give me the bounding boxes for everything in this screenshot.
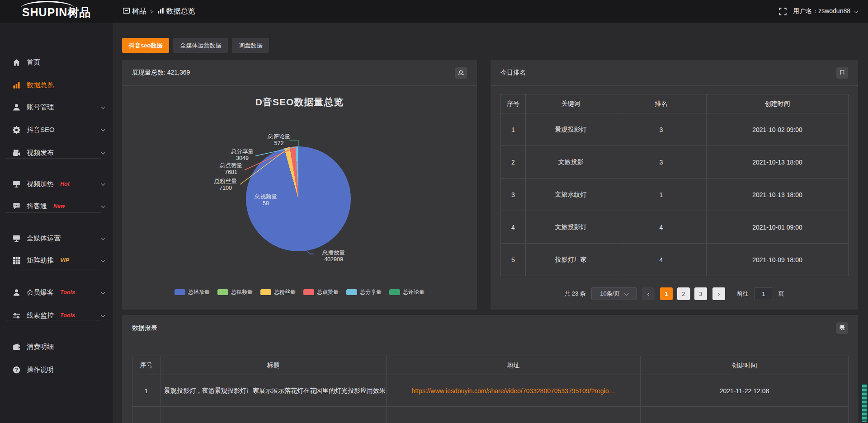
pagination: 共 23 条 10条/页 ‹ 123 › 前往 页 — [491, 287, 858, 300]
legend-item-2[interactable]: 总视频量 — [217, 288, 253, 296]
sidebar-item-badge: Tools — [60, 289, 75, 296]
chevron-down-icon — [101, 313, 105, 317]
prev-page-button[interactable]: ‹ — [642, 287, 655, 300]
chart-legend: 总播放量 总视频量 总粉丝量 总点赞量 总分享量 总评论量 — [122, 288, 477, 296]
chat-icon — [13, 202, 20, 210]
ranking-col-header: 序号 — [501, 94, 526, 113]
next-page-button[interactable]: › — [712, 287, 725, 300]
sidebar-item-clue-monitor[interactable]: 线索监控Tools — [0, 306, 113, 324]
sidebar-item-label: 首页 — [27, 58, 40, 67]
sidebar-item-home[interactable]: 首页 — [0, 53, 113, 71]
legend-swatch — [217, 289, 228, 295]
top-header-bar: SHUPIN树品 树品 > 数据总览 — [0, 0, 868, 23]
ranking-cell: 3 — [616, 146, 707, 179]
ranking-table-row: 1景观投影灯32021-10-02 09:00 — [501, 113, 849, 146]
legend-item-5[interactable]: 总分享量 — [346, 288, 382, 296]
report-table-toggle-button[interactable]: 表 — [836, 322, 848, 334]
sidebar-item-account[interactable]: 账号管理 — [0, 98, 113, 116]
ranking-card-title: 今日排名 — [500, 69, 526, 77]
sidebar-item-label: 抖客通 — [27, 202, 47, 211]
sidebar-item-member-boom[interactable]: 会员爆客Tools — [0, 283, 113, 301]
ranking-col-header: 排名 — [616, 94, 707, 113]
report-card-header: 数据报表 表 — [122, 315, 858, 341]
ranking-cell: 5 — [501, 244, 526, 276]
sidebar-item-matrix-boost[interactable]: 矩阵助推VIP — [0, 251, 113, 269]
chevron-down-icon — [101, 203, 105, 208]
report-col-header: 序号 — [132, 356, 160, 375]
report-cell-no: 1 — [132, 375, 160, 407]
ranking-cell: 文旅投影 — [526, 146, 616, 179]
report-col-header: 创建时间 — [641, 356, 849, 375]
legend-item-1[interactable]: 总播放量 — [175, 288, 210, 296]
page-button-1[interactable]: 1 — [660, 287, 673, 300]
sidebar-item-video-publish[interactable]: 视频发布 — [0, 144, 113, 162]
person-icon — [13, 289, 20, 296]
page-button-2[interactable]: 2 — [677, 287, 690, 300]
page-size-select[interactable]: 10条/页 — [591, 287, 637, 300]
wallet-icon — [13, 343, 20, 351]
logo: SHUPIN树品 — [0, 0, 113, 23]
sidebar-item-label: 抖音SEO — [27, 126, 55, 134]
pagination-total: 共 23 条 — [564, 290, 586, 298]
ranking-table-row: 2文旅投影32021-10-13 18:00 — [501, 146, 849, 179]
sidebar-item-label: 消费明细 — [27, 343, 54, 351]
user-menu[interactable]: 用户名：zswodun88 — [793, 7, 857, 15]
goto-page-input[interactable] — [754, 287, 773, 300]
report-cell-time: 2021-11-22 12:08 — [641, 375, 849, 407]
legend-swatch — [175, 289, 185, 295]
sidebar-item-badge: Hot — [60, 181, 70, 187]
video-link[interactable]: https://www.iesdouyin.com/share/video/70… — [412, 387, 615, 395]
logo-arc — [21, 1, 74, 8]
chart-total-toggle-button[interactable]: 总 — [455, 67, 467, 79]
sidebar-item-badge: Tools — [60, 312, 75, 319]
sidebar-item-help[interactable]: ?操作说明 — [0, 361, 113, 379]
floating-widget[interactable] — [862, 384, 867, 422]
ranking-cell: 2021-10-02 09:00 — [707, 113, 849, 146]
data-tabs: 抖音seo数据全媒体运营数据询盘数据 — [122, 38, 269, 53]
page-button-3[interactable]: 3 — [694, 287, 707, 300]
bar-chart-icon — [157, 7, 164, 16]
sidebar-item-video-heat[interactable]: 视频加热Hot — [0, 175, 113, 193]
legend-item-6[interactable]: 总评论量 — [389, 288, 425, 296]
tab-douyin-seo-data[interactable]: 抖音seo数据 — [122, 38, 169, 53]
breadcrumb-root[interactable]: 树品 — [123, 7, 146, 16]
breadcrumb-current[interactable]: 数据总览 — [157, 7, 195, 16]
ranking-cell: 文旅投影灯 — [526, 211, 616, 244]
ranking-day-toggle-button[interactable]: 日 — [836, 67, 848, 79]
chevron-down-icon — [101, 150, 105, 155]
sidebar-item-douyin-seo[interactable]: 抖音SEO — [0, 121, 113, 139]
impressions-chart-card: 展现量总数: 421,369 总 D音SEO数据量总览 总播放量402909总视… — [122, 60, 477, 310]
sidebar-item-label: 操作说明 — [27, 366, 54, 374]
sidebar-divider — [6, 269, 101, 269]
legend-label: 总视频量 — [231, 288, 253, 296]
legend-label: 总粉丝量 — [274, 288, 296, 296]
chevron-down-icon — [101, 290, 105, 294]
legend-item-4[interactable]: 总点赞量 — [303, 288, 339, 296]
grid-icon — [13, 257, 20, 264]
tab-media-ops-data[interactable]: 全媒体运营数据 — [173, 38, 228, 53]
sidebar-item-data-overview[interactable]: 数据总览 — [0, 76, 113, 94]
sidebar-item-consume-detail[interactable]: 消费明细 — [0, 338, 113, 356]
legend-swatch — [346, 289, 357, 295]
home-icon — [13, 59, 20, 66]
legend-swatch — [389, 289, 400, 295]
impressions-total-label: 展现量总数: 421,369 — [132, 69, 190, 77]
sliders-icon — [13, 312, 20, 320]
sidebar-divider — [6, 158, 101, 159]
sidebar-item-label: 数据总览 — [27, 81, 54, 89]
report-cell-url: https://www.iesdouyin.com/share/video/70… — [387, 375, 641, 407]
sidebar-item-label: 会员爆客 — [27, 288, 54, 297]
breadcrumb-separator: > — [150, 8, 154, 15]
legend-item-3[interactable]: 总粉丝量 — [260, 288, 296, 296]
report-table-row — [132, 407, 849, 423]
chevron-down-icon — [101, 235, 105, 240]
ranking-cell: 1 — [616, 179, 707, 211]
sidebar-item-label: 账号管理 — [27, 103, 54, 112]
fullscreen-icon[interactable] — [779, 8, 787, 15]
chevron-down-icon — [624, 291, 629, 296]
report-table-row: 1 景观投影灯，夜游景观投影灯厂家展示展示落花灯在花园里的灯光投影应用效果 # … — [132, 375, 849, 407]
tab-inquiry-data[interactable]: 询盘数据 — [232, 38, 269, 53]
sidebar-item-label: 矩阵助推 — [27, 256, 54, 265]
pie-label-2: 总视频量58 — [241, 193, 291, 207]
sidebar-item-media-ops[interactable]: 全媒体运营 — [0, 229, 113, 247]
